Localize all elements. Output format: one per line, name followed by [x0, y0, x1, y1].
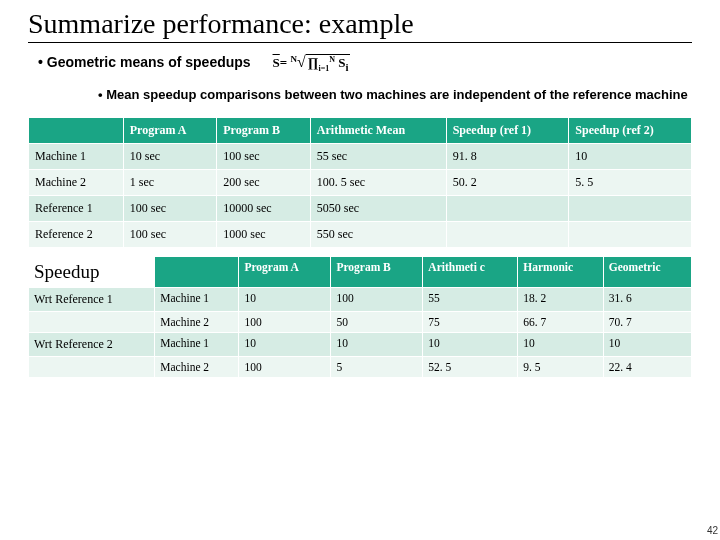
bullet-geometric-means: Geometric means of speedups S= N√∏i=1N S… — [38, 53, 692, 73]
t2-h-arith: Arithmeti c — [423, 257, 518, 288]
cell: 9. 5 — [518, 357, 604, 378]
cell: 10 sec — [123, 144, 217, 170]
table-row: Reference 1 100 sec 10000 sec 5050 sec — [29, 196, 692, 222]
cell: 31. 6 — [603, 288, 691, 312]
cell: 10 — [423, 333, 518, 357]
table-row: Machine 2 1 sec 200 sec 100. 5 sec 50. 2… — [29, 170, 692, 196]
cell: Reference 1 — [29, 196, 124, 222]
cell: 10 — [603, 333, 691, 357]
cell: 100 sec — [123, 222, 217, 248]
slide-title: Summarize performance: example — [28, 8, 692, 43]
table-speedup: Speedup Program A Program B Arithmeti c … — [28, 256, 692, 378]
cell — [29, 312, 155, 333]
table-row: Wrt Reference 1 Machine 1 10 100 55 18. … — [29, 288, 692, 312]
cell: Wrt Reference 1 — [29, 288, 155, 312]
bullet1-text: Geometric means of speedups — [47, 54, 251, 70]
cell: 5050 sec — [310, 196, 446, 222]
cell: 50. 2 — [446, 170, 569, 196]
cell: 1 sec — [123, 170, 217, 196]
cell: 10 — [518, 333, 604, 357]
t2-h-progA: Program A — [239, 257, 331, 288]
t1-h-progA: Program A — [123, 118, 217, 144]
t2-h-progB: Program B — [331, 257, 423, 288]
cell — [446, 196, 569, 222]
t2-h-geom: Geometric — [603, 257, 691, 288]
cell: 91. 8 — [446, 144, 569, 170]
cell: Wrt Reference 2 — [29, 333, 155, 357]
cell: Machine 2 — [155, 357, 239, 378]
t1-h-progB: Program B — [217, 118, 311, 144]
cell — [569, 196, 692, 222]
cell: 18. 2 — [518, 288, 604, 312]
table-row: Machine 2 100 5 52. 5 9. 5 22. 4 — [29, 357, 692, 378]
cell: 75 — [423, 312, 518, 333]
table-row: Machine 2 100 50 75 66. 7 70. 7 — [29, 312, 692, 333]
cell — [569, 222, 692, 248]
cell: 100 — [239, 357, 331, 378]
cell: 1000 sec — [217, 222, 311, 248]
cell: 66. 7 — [518, 312, 604, 333]
cell: 10 — [239, 288, 331, 312]
cell: 200 sec — [217, 170, 311, 196]
cell: Reference 2 — [29, 222, 124, 248]
t1-h-arith: Arithmetic Mean — [310, 118, 446, 144]
cell: 100 sec — [217, 144, 311, 170]
cell: 100 sec — [123, 196, 217, 222]
cell: 100 — [331, 288, 423, 312]
table-row: Wrt Reference 2 Machine 1 10 10 10 10 10 — [29, 333, 692, 357]
cell: 10000 sec — [217, 196, 311, 222]
cell: 5 — [331, 357, 423, 378]
cell: Machine 1 — [29, 144, 124, 170]
table-row: Machine 1 10 sec 100 sec 55 sec 91. 8 10 — [29, 144, 692, 170]
cell: 5. 5 — [569, 170, 692, 196]
cell — [29, 357, 155, 378]
t1-h-sp1: Speedup (ref 1) — [446, 118, 569, 144]
t2-h-blank2 — [155, 257, 239, 288]
bullet-independent: Mean speedup comparisons between two mac… — [98, 87, 692, 104]
cell: 55 sec — [310, 144, 446, 170]
cell: 10 — [569, 144, 692, 170]
cell — [446, 222, 569, 248]
page-number: 42 — [707, 525, 718, 536]
t1-h-sp2: Speedup (ref 2) — [569, 118, 692, 144]
cell: 55 — [423, 288, 518, 312]
cell: Machine 2 — [155, 312, 239, 333]
cell: Machine 2 — [29, 170, 124, 196]
speedup-title-cell: Speedup — [29, 257, 155, 288]
cell: 100 — [239, 312, 331, 333]
cell: 70. 7 — [603, 312, 691, 333]
cell: Machine 1 — [155, 333, 239, 357]
cell: 52. 5 — [423, 357, 518, 378]
formula: S= N√∏i=1N Si — [273, 53, 351, 73]
cell: 22. 4 — [603, 357, 691, 378]
t1-h-blank — [29, 118, 124, 144]
table-performance: Program A Program B Arithmetic Mean Spee… — [28, 117, 692, 248]
speedup-title: Speedup — [34, 261, 99, 282]
cell: 550 sec — [310, 222, 446, 248]
cell: 10 — [239, 333, 331, 357]
t2-h-harm: Harmonic — [518, 257, 604, 288]
cell: 10 — [331, 333, 423, 357]
cell: 100. 5 sec — [310, 170, 446, 196]
cell: Machine 1 — [155, 288, 239, 312]
table-row: Reference 2 100 sec 1000 sec 550 sec — [29, 222, 692, 248]
cell: 50 — [331, 312, 423, 333]
